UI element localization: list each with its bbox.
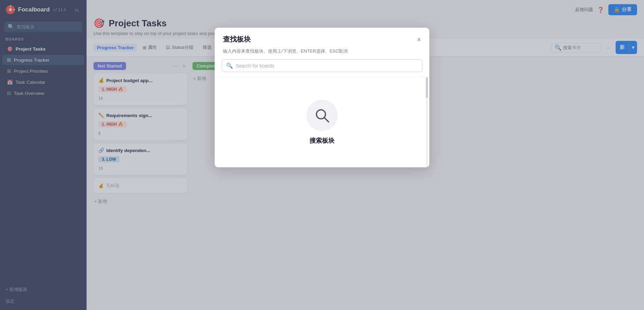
- modal-header: 查找板块 ×: [215, 28, 429, 48]
- modal-scrollbar: [426, 77, 428, 167]
- search-empty-svg: [314, 108, 330, 123]
- modal-subtitle: 输入内容来查找板块。使用上/下浏览、ENTER选择、ESC取消: [215, 48, 429, 59]
- modal-search-row: 🔍: [215, 59, 429, 77]
- search-empty-icon-container: [306, 100, 338, 131]
- search-empty-text: 搜索板块: [310, 136, 334, 145]
- modal-body: 搜索板块: [215, 77, 429, 167]
- modal-search-input[interactable]: [236, 63, 418, 69]
- modal-search-icon: 🔍: [226, 62, 233, 69]
- modal-overlay[interactable]: 查找板块 × 输入内容来查找板块。使用上/下浏览、ENTER选择、ESC取消 🔍…: [0, 0, 644, 310]
- modal-close-button[interactable]: ×: [417, 36, 421, 43]
- modal-scrollbar-thumb: [426, 77, 428, 98]
- search-boards-modal: 查找板块 × 输入内容来查找板块。使用上/下浏览、ENTER选择、ESC取消 🔍…: [215, 28, 429, 167]
- svg-line-6: [324, 118, 329, 122]
- modal-search-box[interactable]: 🔍: [222, 59, 422, 72]
- modal-title: 查找板块: [223, 35, 251, 44]
